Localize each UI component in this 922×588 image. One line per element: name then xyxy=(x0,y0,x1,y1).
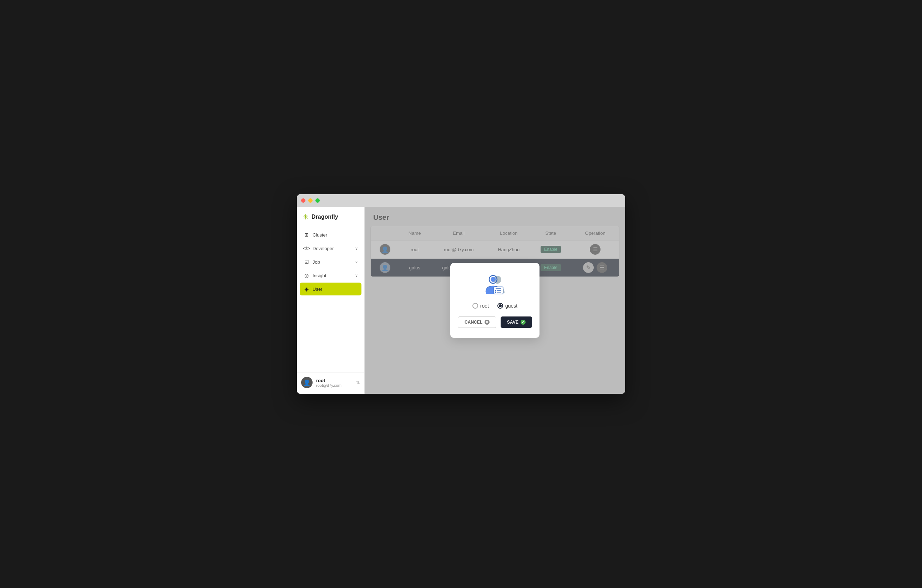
app-body: ✳ Dragonfly ⊞ Cluster </> Developer ∨ ☑ … xyxy=(297,207,625,394)
sidebar-item-developer[interactable]: </> Developer ∨ xyxy=(300,242,361,255)
app-window: ✳ Dragonfly ⊞ Cluster </> Developer ∨ ☑ … xyxy=(297,194,625,394)
chevron-down-icon: ∨ xyxy=(355,273,358,278)
cancel-icon: ✕ xyxy=(485,320,490,325)
save-button[interactable]: SAVE ✓ xyxy=(500,317,532,328)
main-content: User Name Email Location State Operation xyxy=(365,207,625,394)
radio-circle-root[interactable] xyxy=(472,303,478,309)
sidebar-item-insight[interactable]: ◎ Insight ∨ xyxy=(300,269,361,282)
expand-icon[interactable]: ⇅ xyxy=(356,380,360,385)
user-icon: ◉ xyxy=(303,286,310,292)
cluster-icon: ⊞ xyxy=(303,232,310,238)
sidebar-item-cluster[interactable]: ⊞ Cluster xyxy=(300,229,361,241)
job-icon: ☑ xyxy=(303,259,310,265)
sidebar-item-job[interactable]: ☑ Job ∨ xyxy=(300,255,361,268)
insight-icon: ◎ xyxy=(303,272,310,279)
sidebar-footer: 👤 root root@d7y.com ⇅ xyxy=(297,372,364,394)
svg-point-2 xyxy=(490,277,495,282)
role-radio-group: root guest xyxy=(472,303,517,309)
dragonfly-icon: ✳ xyxy=(302,212,309,221)
sidebar-nav: ⊞ Cluster </> Developer ∨ ☑ Job ∨ ◎ Insi… xyxy=(297,229,364,372)
developer-icon: </> xyxy=(303,245,310,252)
cancel-label: CANCEL xyxy=(464,320,482,325)
svg-point-7 xyxy=(495,291,496,293)
radio-circle-guest[interactable] xyxy=(497,303,503,309)
sidebar-item-user[interactable]: ◉ User xyxy=(300,283,361,296)
chevron-down-icon: ∨ xyxy=(355,260,358,265)
sidebar-logo: ✳ Dragonfly xyxy=(297,207,364,229)
dialog-buttons: CANCEL ✕ SAVE ✓ xyxy=(458,317,532,328)
footer-username: root xyxy=(316,378,352,383)
role-dialog: root guest CANCEL ✕ xyxy=(450,263,539,338)
radio-root-label: root xyxy=(480,303,489,309)
dialog-user-icon xyxy=(482,274,507,296)
sidebar-item-user-label: User xyxy=(312,286,322,292)
sidebar-item-developer-label: Developer xyxy=(312,246,333,251)
minimize-dot[interactable] xyxy=(308,198,312,203)
save-icon: ✓ xyxy=(521,320,526,325)
logo-text: Dragonfly xyxy=(312,214,338,220)
avatar: 👤 xyxy=(301,377,312,388)
radio-root[interactable]: root xyxy=(472,303,489,309)
titlebar xyxy=(297,194,625,207)
sidebar: ✳ Dragonfly ⊞ Cluster </> Developer ∨ ☑ … xyxy=(297,207,365,394)
svg-point-5 xyxy=(495,290,496,291)
modal-overlay: root guest CANCEL ✕ xyxy=(365,207,625,394)
chevron-down-icon: ∨ xyxy=(355,246,358,251)
radio-guest[interactable]: guest xyxy=(497,303,517,309)
footer-email: root@d7y.com xyxy=(316,383,352,387)
close-dot[interactable] xyxy=(301,198,306,203)
sidebar-item-insight-label: Insight xyxy=(312,273,326,278)
radio-guest-label: guest xyxy=(505,303,517,309)
sidebar-item-job-label: Job xyxy=(312,260,320,265)
save-label: SAVE xyxy=(507,320,518,325)
cancel-button[interactable]: CANCEL ✕ xyxy=(458,317,496,328)
sidebar-item-cluster-label: Cluster xyxy=(312,232,327,238)
footer-user-info: root root@d7y.com xyxy=(316,378,352,387)
maximize-dot[interactable] xyxy=(316,198,320,203)
